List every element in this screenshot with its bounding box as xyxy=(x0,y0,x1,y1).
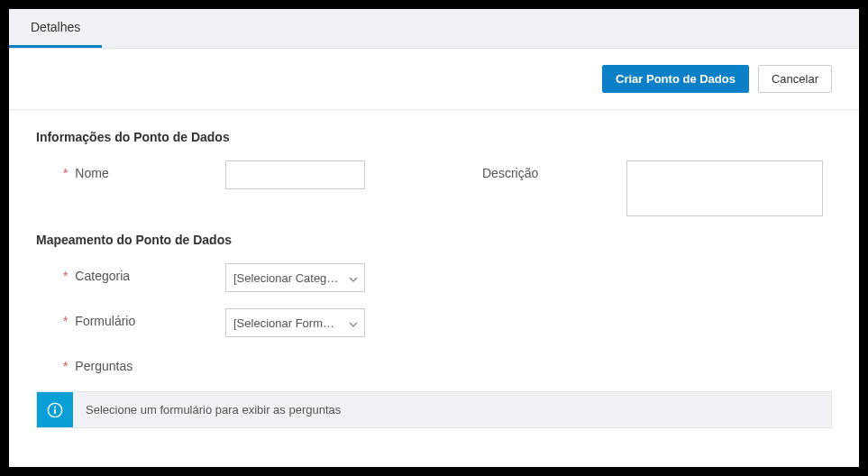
required-mark: * xyxy=(63,166,68,180)
field-group-category: * Categoria [Selecionar Categoria] xyxy=(63,263,365,292)
row-form: * Formulário [Selecionar Formulário] xyxy=(36,308,832,337)
cancel-button[interactable]: Cancelar xyxy=(758,65,832,93)
action-bar: Criar Ponto de Dados Cancelar xyxy=(9,49,859,110)
create-button-label: Criar Ponto de Dados xyxy=(616,72,736,86)
tab-bar: Detalhes xyxy=(9,9,859,49)
questions-label-wrap: * Perguntas xyxy=(63,353,225,373)
info-banner-text: Selecione um formulário para exibir as p… xyxy=(73,392,353,427)
section-mapping-title: Mapeamento do Ponto de Dados xyxy=(36,233,832,247)
cancel-button-label: Cancelar xyxy=(772,72,818,86)
form-label-wrap: * Formulário xyxy=(63,308,225,328)
required-mark: * xyxy=(63,269,68,283)
category-select[interactable]: [Selecionar Categoria] xyxy=(225,263,365,292)
section-info-title: Informações do Ponto de Dados xyxy=(36,130,832,144)
create-button[interactable]: Criar Ponto de Dados xyxy=(602,65,749,93)
info-banner: Selecione um formulário para exibir as p… xyxy=(36,391,832,428)
field-group-description: Descrição xyxy=(482,160,823,216)
required-mark: * xyxy=(63,314,68,328)
field-group-form: * Formulário [Selecionar Formulário] xyxy=(63,308,365,337)
info-icon xyxy=(37,392,73,427)
svg-point-1 xyxy=(54,406,56,407)
field-group-questions: * Perguntas xyxy=(63,353,225,373)
name-input[interactable] xyxy=(225,160,365,189)
name-label: Nome xyxy=(75,166,108,180)
description-input[interactable] xyxy=(626,160,823,216)
category-label-wrap: * Categoria xyxy=(63,263,225,283)
form-select-wrap: [Selecionar Formulário] xyxy=(225,308,365,337)
form-body: Informações do Ponto de Dados * Nome Des… xyxy=(9,110,859,467)
category-label: Categoria xyxy=(75,269,130,283)
tab-details[interactable]: Detalhes xyxy=(9,9,102,48)
row-questions: * Perguntas xyxy=(36,353,832,373)
questions-label: Perguntas xyxy=(75,359,132,373)
row-name-description: * Nome Descrição xyxy=(36,160,832,216)
svg-rect-2 xyxy=(54,408,56,413)
required-mark: * xyxy=(63,359,68,373)
field-group-name: * Nome xyxy=(63,160,365,189)
app-container: Detalhes Criar Ponto de Dados Cancelar I… xyxy=(9,9,859,467)
tab-details-label: Detalhes xyxy=(31,20,80,34)
form-label: Formulário xyxy=(75,314,135,328)
row-category: * Categoria [Selecionar Categoria] xyxy=(36,263,832,292)
form-select[interactable]: [Selecionar Formulário] xyxy=(225,308,365,337)
name-label-wrap: * Nome xyxy=(63,160,225,180)
description-label: Descrição xyxy=(482,160,626,180)
category-select-wrap: [Selecionar Categoria] xyxy=(225,263,365,292)
